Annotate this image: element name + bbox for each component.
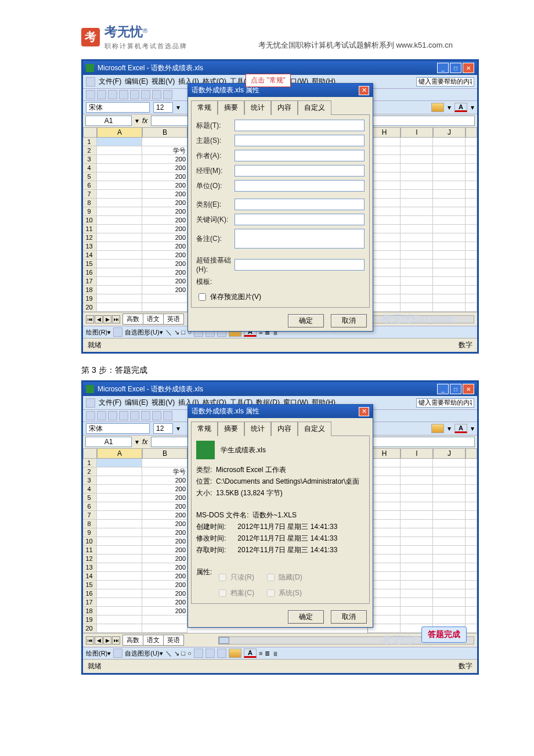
cell[interactable]	[466, 528, 477, 537]
cell[interactable]	[433, 181, 466, 190]
tab-custom[interactable]: 自定义	[298, 100, 331, 115]
menu-view[interactable]: 视图(V)	[151, 398, 175, 408]
row-number[interactable]: 17	[83, 277, 97, 286]
cell[interactable]	[97, 155, 142, 164]
cell[interactable]: 200	[142, 225, 187, 233]
cell[interactable]	[400, 277, 433, 286]
cell[interactable]	[433, 615, 466, 624]
open-icon[interactable]	[97, 90, 106, 99]
cell[interactable]: 200	[142, 181, 187, 190]
cell[interactable]	[433, 233, 466, 242]
cell[interactable]: 200	[142, 607, 187, 615]
cell[interactable]	[400, 242, 433, 251]
cell[interactable]	[466, 251, 477, 260]
minimize-button[interactable]: _	[437, 384, 449, 394]
cell[interactable]	[466, 555, 477, 563]
cell[interactable]	[466, 277, 477, 286]
cell[interactable]	[433, 251, 466, 260]
cell[interactable]: 200	[142, 242, 187, 251]
cell[interactable]	[97, 555, 142, 563]
row-number[interactable]: 11	[83, 546, 97, 555]
input-keywords[interactable]	[234, 214, 365, 225]
cell[interactable]	[400, 225, 433, 233]
row-number[interactable]: 9	[83, 528, 97, 537]
cell[interactable]	[466, 303, 477, 312]
cell[interactable]	[433, 502, 466, 511]
row-number[interactable]: 11	[83, 225, 97, 233]
cell[interactable]	[400, 172, 433, 181]
cell[interactable]	[433, 216, 466, 225]
save-icon[interactable]	[108, 411, 117, 420]
tab-general[interactable]: 常规	[191, 422, 218, 436]
cell[interactable]	[466, 511, 477, 520]
cell[interactable]	[466, 502, 477, 511]
cell[interactable]	[433, 225, 466, 233]
cell[interactable]: 200	[142, 199, 187, 207]
row-number[interactable]: 19	[83, 294, 97, 303]
cell[interactable]	[400, 155, 433, 164]
cell[interactable]	[433, 146, 466, 155]
print-icon[interactable]	[119, 90, 128, 99]
column-header[interactable]: A	[97, 448, 142, 459]
cell[interactable]	[466, 207, 477, 216]
column-header[interactable]: B	[142, 448, 187, 459]
cell[interactable]	[433, 520, 466, 528]
cell[interactable]	[97, 476, 142, 485]
cell[interactable]	[97, 528, 142, 537]
tab-nav-last[interactable]: ⏭	[112, 636, 120, 645]
cell[interactable]	[97, 251, 142, 260]
sheet-tab-gaoshu[interactable]: 高数	[122, 635, 143, 646]
cell[interactable]: 学号	[142, 467, 187, 476]
cell[interactable]	[400, 607, 433, 615]
cell[interactable]	[433, 138, 466, 146]
cell[interactable]: 200	[142, 546, 187, 555]
cell[interactable]	[400, 572, 433, 581]
cell[interactable]	[97, 494, 142, 502]
tab-nav-next[interactable]: ▶	[103, 315, 111, 323]
draw-menu[interactable]: 绘图(R)▾	[86, 649, 111, 658]
cancel-button[interactable]: 取消	[331, 314, 367, 327]
cell[interactable]	[433, 467, 466, 476]
cell[interactable]	[433, 494, 466, 502]
column-header[interactable]: A	[97, 127, 142, 138]
print-icon[interactable]	[119, 411, 128, 420]
cell[interactable]	[466, 225, 477, 233]
menu-edit[interactable]: 编辑(E)	[125, 398, 148, 408]
column-header[interactable]	[83, 448, 97, 459]
help-search-input[interactable]	[416, 398, 474, 408]
cell[interactable]	[433, 164, 466, 172]
row-number[interactable]: 5	[83, 172, 97, 181]
cell[interactable]	[466, 589, 477, 598]
cell[interactable]	[97, 485, 142, 494]
cell[interactable]	[400, 146, 433, 155]
cell[interactable]	[400, 260, 433, 268]
font-color-button[interactable]: A	[454, 103, 467, 112]
cell[interactable]: 200	[142, 494, 187, 502]
tab-custom[interactable]: 自定义	[298, 422, 331, 436]
cell[interactable]	[400, 207, 433, 216]
cell[interactable]	[97, 598, 142, 607]
row-number[interactable]: 12	[83, 233, 97, 242]
fill-color-button[interactable]	[431, 103, 444, 112]
cell[interactable]	[433, 511, 466, 520]
cell[interactable]	[466, 164, 477, 172]
row-number[interactable]: 12	[83, 555, 97, 563]
cell[interactable]	[400, 615, 433, 624]
cell[interactable]	[433, 190, 466, 199]
tab-contents[interactable]: 内容	[271, 100, 298, 115]
cell[interactable]	[466, 190, 477, 199]
cell[interactable]	[142, 624, 187, 633]
cell[interactable]: 200	[142, 581, 187, 589]
cell[interactable]: 200	[142, 476, 187, 485]
cell[interactable]	[466, 216, 477, 225]
row-number[interactable]: 8	[83, 520, 97, 528]
cell[interactable]	[433, 277, 466, 286]
cell[interactable]	[400, 233, 433, 242]
shape-font-color-button[interactable]: A	[244, 649, 257, 658]
tab-stats[interactable]: 统计	[244, 422, 271, 436]
cell[interactable]	[466, 581, 477, 589]
cell[interactable]	[433, 555, 466, 563]
row-number[interactable]: 2	[83, 146, 97, 155]
select-icon[interactable]	[113, 649, 122, 658]
row-number[interactable]: 6	[83, 502, 97, 511]
